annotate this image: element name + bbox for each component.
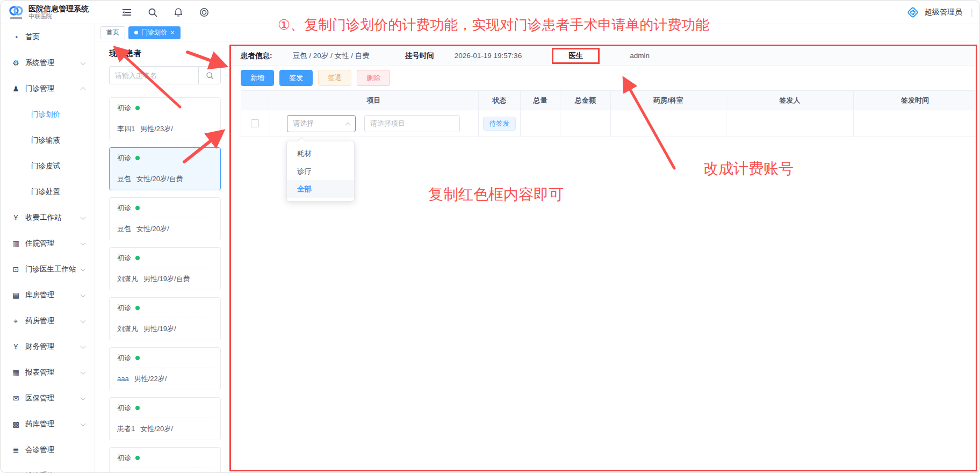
patient-card[interactable]: 初诊 xyxy=(109,447,221,473)
billing-items-table: 项目 状态 总量 总金额 药房/科室 签发人 签发时间 请选择 待签发 xyxy=(241,90,975,137)
close-icon[interactable]: × xyxy=(170,29,175,36)
active-tab-dot xyxy=(134,31,138,34)
patient-card[interactable]: 初诊 患者1女性/20岁/ xyxy=(109,397,221,440)
dropdown-option-treatment[interactable]: 诊疗 xyxy=(287,162,354,180)
divider: | xyxy=(971,8,973,17)
sidebar-item-warehouse-management[interactable]: ▤ 库房管理 xyxy=(1,282,95,308)
search-icon[interactable] xyxy=(148,8,157,17)
col-issuer: 签发人 xyxy=(726,91,854,110)
sidebar-nav: ◔ 首页 ⚙ 系统管理 ♟ 门诊管理 门诊划价 门诊输液 门诊皮试 门诊处置 ¥… xyxy=(1,24,95,473)
sidebar-item-maintenance-system[interactable]: ▤ 维护系统 xyxy=(1,463,95,473)
delete-button[interactable]: 删除 xyxy=(357,70,390,86)
dropdown-option-all[interactable]: 全部 xyxy=(287,180,354,198)
chevron-down-icon xyxy=(81,214,86,220)
yen-icon: ¥ xyxy=(11,342,20,351)
sidebar-item-drug-storage-management[interactable]: ▩ 药库管理 xyxy=(1,411,95,437)
chevron-down-icon xyxy=(81,60,86,65)
users-icon: ♟ xyxy=(11,84,20,93)
sidebar-item-inpatient-management[interactable]: ▥ 住院管理 xyxy=(1,231,95,256)
item-type-select[interactable]: 请选择 xyxy=(287,115,356,132)
patient-card[interactable]: 初诊 aaa男性/22岁/ xyxy=(109,347,221,390)
topbar-icon-group xyxy=(122,8,209,17)
panel-title: 现诊患者 xyxy=(109,48,221,59)
col-status: 状态 xyxy=(479,91,521,110)
table-header-row: 项目 状态 总量 总金额 药房/科室 签发人 签发时间 xyxy=(241,91,975,110)
chevron-down-icon xyxy=(81,395,86,400)
chevron-up-icon xyxy=(81,87,86,92)
patient-info-value: 豆包 / 20岁 / 女性 / 自费 xyxy=(293,51,370,61)
patient-card[interactable]: 初诊 李四1男性/23岁/ xyxy=(109,97,221,140)
sidebar-item-outpatient-disposal[interactable]: 门诊处置 xyxy=(1,179,95,205)
row-checkbox[interactable] xyxy=(251,119,259,127)
bar-chart-icon: ▥ xyxy=(11,239,20,248)
patient-info-bar: 患者信息: 豆包 / 20岁 / 女性 / 自费 挂号时间 2026-01-19… xyxy=(231,46,975,66)
user-role-name: 超级管理员 xyxy=(925,8,962,17)
sidebar-item-report-management[interactable]: ▦ 报表管理 xyxy=(1,360,95,385)
sign-out-button[interactable]: 签退 xyxy=(318,70,351,86)
sidebar-item-outpatient-management[interactable]: ♟ 门诊管理 xyxy=(1,76,95,102)
status-dot xyxy=(135,306,140,310)
chevron-down-icon xyxy=(81,266,86,271)
status-badge: 待签发 xyxy=(483,117,516,131)
status-dot xyxy=(135,156,140,160)
sidebar-item-outpatient-doctor-workstation[interactable]: ⊡ 门诊医生工作站 xyxy=(1,256,95,282)
chevron-down-icon xyxy=(81,318,86,323)
cell-issuer xyxy=(726,110,854,137)
sidebar-item-charging-workstation[interactable]: ¥ 收费工作站 xyxy=(1,205,95,231)
tab-outpatient-pricing[interactable]: 门诊划价 × xyxy=(128,26,181,39)
registration-time-value: 2026-01-19 19:57:36 xyxy=(455,52,522,60)
sidebar-item-outpatient-pricing[interactable]: 门诊划价 xyxy=(1,102,95,127)
patient-search xyxy=(109,66,221,84)
search-icon xyxy=(206,71,214,80)
patient-info-label: 患者信息: xyxy=(241,51,272,61)
status-dot xyxy=(135,406,140,410)
patient-card[interactable]: 初诊 刘潇凡男性/19岁/ xyxy=(109,297,221,340)
status-dot xyxy=(135,256,140,260)
sidebar-item-home[interactable]: ◔ 首页 xyxy=(1,24,95,50)
status-dot xyxy=(135,356,140,360)
user-area[interactable]: 超级管理员 | xyxy=(906,6,980,19)
list-icon: ≣ xyxy=(11,446,20,454)
item-select-input[interactable] xyxy=(364,115,460,132)
cell-total-qty xyxy=(521,110,560,137)
image-icon: ▩ xyxy=(11,420,20,428)
brand-text: 医院信息管理系统 中联医院 xyxy=(28,4,89,20)
patient-search-button[interactable] xyxy=(198,66,221,84)
status-dot xyxy=(135,456,140,460)
action-button-row: 新增 签发 签退 删除 xyxy=(241,70,975,86)
patient-card-selected[interactable]: 初诊 豆包女性/20岁/自费 xyxy=(109,147,221,190)
brand: 医院信息管理系统 中联医院 xyxy=(1,4,95,20)
sidebar-item-medical-insurance-management[interactable]: ✉ 医保管理 xyxy=(1,385,95,411)
issue-button[interactable]: 签发 xyxy=(279,70,313,86)
add-button[interactable]: 新增 xyxy=(241,70,274,86)
sidebar-item-outpatient-infusion[interactable]: 门诊输液 xyxy=(1,127,95,153)
app-subtitle: 中联医院 xyxy=(28,13,89,20)
col-checkbox xyxy=(241,91,269,110)
spreadsheet-icon: ▦ xyxy=(11,368,20,377)
cell-total-amount xyxy=(560,110,611,137)
app-window: 医院信息管理系统 中联医院 xyxy=(0,0,980,473)
collapse-menu-icon[interactable] xyxy=(122,8,132,17)
crosshair-icon: ⌖ xyxy=(11,317,20,326)
monitor-icon: ⊡ xyxy=(11,265,20,274)
sidebar-item-system-management[interactable]: ⚙ 系统管理 xyxy=(1,50,95,76)
annotation-copy-note: 复制红色框内容即可 xyxy=(428,184,564,205)
status-dot xyxy=(135,206,140,210)
col-issue-time: 签发时间 xyxy=(854,91,975,110)
chevron-down-icon xyxy=(81,369,86,375)
sidebar-item-finance-management[interactable]: ¥ 财务管理 xyxy=(1,334,95,360)
doctor-label: 医生 xyxy=(568,52,583,60)
tab-home[interactable]: 首页 xyxy=(100,26,125,39)
billing-main-area: 患者信息: 豆包 / 20岁 / 女性 / 自费 挂号时间 2026-01-19… xyxy=(231,46,975,470)
yen-icon: ¥ xyxy=(11,213,20,222)
patient-search-input[interactable] xyxy=(109,66,198,84)
patient-card[interactable]: 初诊 豆包女性/20岁/ xyxy=(109,197,221,240)
fullscreen-circle-icon[interactable] xyxy=(199,8,209,17)
notification-bell-icon[interactable] xyxy=(174,8,183,17)
sidebar-item-pharmacy-management[interactable]: ⌖ 药房管理 xyxy=(1,308,95,334)
dropdown-option-consumables[interactable]: 耗材 xyxy=(287,145,354,162)
sidebar-item-outpatient-skin-test[interactable]: 门诊皮试 xyxy=(1,153,95,179)
patient-card[interactable]: 初诊 刘潇凡男性/19岁/自费 xyxy=(109,247,221,290)
medical-cross-icon xyxy=(906,6,919,19)
sidebar-item-consultation-management[interactable]: ≣ 会诊管理 xyxy=(1,437,95,463)
